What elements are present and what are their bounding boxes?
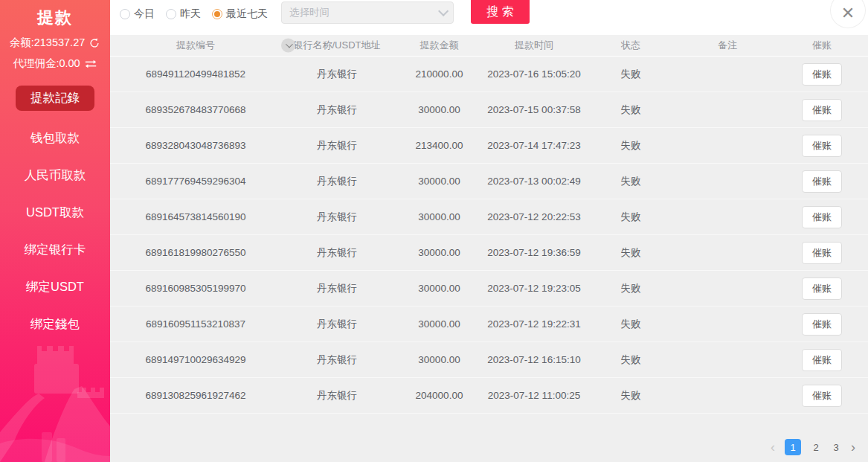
sidebar-item-bind-usdt[interactable]: 绑定USDT xyxy=(0,269,110,306)
cell-action: 催账 xyxy=(776,135,868,157)
urge-button[interactable]: 催账 xyxy=(802,99,842,121)
cell-action: 催账 xyxy=(776,385,868,407)
cell-action: 催账 xyxy=(776,63,868,86)
table-row: 689352678483770668 丹东银行 30000.00 2023-07… xyxy=(110,92,868,128)
cell-amount: 204000.00 xyxy=(393,390,486,401)
table-row: 689130825961927462 丹东银行 204000.00 2023-0… xyxy=(110,378,868,414)
pagination-page-1[interactable]: 1 xyxy=(785,439,801,455)
cell-status: 失败 xyxy=(582,139,679,153)
cell-status: 失败 xyxy=(582,68,679,81)
commission-label: 代理佣金:0.00 xyxy=(13,57,80,71)
main-panel: 今日 昨天 最近七天 选择时间 搜 索 ✕ 提款编号 银行名称/USDT地址 xyxy=(110,0,868,462)
radio-last-seven-days-label: 最近七天 xyxy=(226,7,268,21)
cell-amount: 30000.00 xyxy=(393,318,486,330)
cell-time: 2023-07-12 11:00:25 xyxy=(486,390,582,401)
sidebar: 提款 余额:213537.27 代理佣金:0.00 提款記錄 钱包取款 人民币取… xyxy=(0,0,110,462)
table-header-row: 提款编号 银行名称/USDT地址 提款金额 提款时间 状态 备注 催账 xyxy=(110,35,868,57)
cell-time: 2023-07-15 00:37:58 xyxy=(486,104,582,115)
cell-time: 2023-07-12 16:15:10 xyxy=(486,354,582,365)
cell-bank: 丹东银行 xyxy=(281,103,393,117)
cell-time: 2023-07-14 17:47:23 xyxy=(486,140,582,151)
urge-button[interactable]: 催账 xyxy=(802,349,842,371)
sidebar-item-bind-wallet[interactable]: 绑定錢包 xyxy=(0,306,110,343)
cell-withdraw-id: 689328043048736893 xyxy=(110,140,281,151)
sidebar-item-bind-bank-card[interactable]: 绑定银行卡 xyxy=(0,231,110,269)
cell-amount: 30000.00 xyxy=(393,247,486,258)
cell-status: 失败 xyxy=(582,389,679,402)
cell-action: 催账 xyxy=(776,99,868,121)
time-select[interactable]: 选择时间 xyxy=(281,1,454,24)
cell-status: 失败 xyxy=(582,282,679,295)
col-header-remark: 备注 xyxy=(679,39,776,52)
urge-button[interactable]: 催账 xyxy=(802,277,842,300)
pagination-next-icon[interactable]: › xyxy=(851,440,855,454)
chevron-down-icon xyxy=(438,6,449,16)
table-row: 689149710029634929 丹东银行 30000.00 2023-07… xyxy=(110,342,868,378)
pagination-prev-icon[interactable]: ‹ xyxy=(771,440,775,454)
radio-today-label: 今日 xyxy=(134,7,155,21)
radio-yesterday[interactable]: 昨天 xyxy=(166,7,201,21)
cell-bank: 丹东银行 xyxy=(281,175,393,188)
cell-action: 催账 xyxy=(776,206,868,228)
cell-bank: 丹东银行 xyxy=(281,389,393,402)
cell-status: 失败 xyxy=(582,353,679,367)
cell-action: 催账 xyxy=(776,277,868,300)
cell-withdraw-id: 689352678483770668 xyxy=(110,104,281,115)
cell-status: 失败 xyxy=(582,246,679,260)
urge-button[interactable]: 催账 xyxy=(802,206,842,228)
withdraw-table: 提款编号 银行名称/USDT地址 提款金额 提款时间 状态 备注 催账 6894… xyxy=(110,35,868,462)
sidebar-item-wallet-withdraw[interactable]: 钱包取款 xyxy=(0,120,110,157)
cell-bank: 丹东银行 xyxy=(281,211,393,224)
close-button[interactable]: ✕ xyxy=(831,0,865,28)
cell-time: 2023-07-12 19:22:31 xyxy=(486,318,582,330)
pagination-page-2[interactable]: 2 xyxy=(811,442,821,453)
pagination-page-3[interactable]: 3 xyxy=(831,442,841,453)
radio-last-seven-days[interactable]: 最近七天 xyxy=(212,7,268,21)
col-header-status: 状态 xyxy=(582,39,679,52)
table-row: 689164573814560190 丹东银行 30000.00 2023-07… xyxy=(110,199,868,235)
cell-amount: 30000.00 xyxy=(393,211,486,222)
radio-today[interactable]: 今日 xyxy=(120,7,155,21)
col-header-time: 提款时间 xyxy=(486,39,582,52)
cell-withdraw-id: 689160951153210837 xyxy=(110,318,281,330)
urge-button[interactable]: 催账 xyxy=(802,385,842,407)
sidebar-menu: 钱包取款 人民币取款 USDT取款 绑定银行卡 绑定USDT 绑定錢包 xyxy=(0,120,110,343)
cell-withdraw-id: 689491120499481852 xyxy=(110,68,281,80)
cell-action: 催账 xyxy=(776,313,868,336)
refresh-icon[interactable] xyxy=(89,37,100,49)
cell-bank: 丹东银行 xyxy=(281,246,393,260)
col-header-bank-label: 银行名称/USDT地址 xyxy=(294,39,381,51)
cell-withdraw-id: 689161819980276550 xyxy=(110,247,281,258)
sidebar-item-rmb-withdraw[interactable]: 人民币取款 xyxy=(0,157,110,194)
sidebar-item-withdraw-records[interactable]: 提款記錄 xyxy=(16,86,94,111)
time-select-placeholder: 选择时间 xyxy=(289,6,329,19)
urge-button[interactable]: 催账 xyxy=(802,313,842,336)
close-icon: ✕ xyxy=(841,5,855,22)
radio-selected-icon xyxy=(212,9,222,19)
filter-chevron-icon[interactable] xyxy=(281,39,295,53)
table-row: 689160951153210837 丹东银行 30000.00 2023-07… xyxy=(110,307,868,342)
table-row: 689328043048736893 丹东银行 213400.00 2023-0… xyxy=(110,128,868,164)
col-header-urge: 催账 xyxy=(776,39,868,52)
search-button[interactable]: 搜 索 xyxy=(471,0,530,24)
cell-withdraw-id: 689130825961927462 xyxy=(110,390,281,401)
cell-bank: 丹东银行 xyxy=(281,353,393,367)
cell-time: 2023-07-12 20:22:53 xyxy=(486,211,582,222)
pagination: ‹ 1 2 3 › xyxy=(771,439,855,455)
cell-action: 催账 xyxy=(776,170,868,193)
sidebar-item-usdt-withdraw[interactable]: USDT取款 xyxy=(0,194,110,231)
balance-label: 余额:213537.27 xyxy=(10,36,86,50)
urge-button[interactable]: 催账 xyxy=(802,135,842,157)
urge-button[interactable]: 催账 xyxy=(802,63,842,86)
cell-amount: 30000.00 xyxy=(393,104,486,115)
cell-amount: 213400.00 xyxy=(393,140,486,151)
col-header-withdraw-id: 提款编号 xyxy=(110,39,281,52)
cell-time: 2023-07-13 00:02:49 xyxy=(486,176,582,187)
urge-button[interactable]: 催账 xyxy=(802,170,842,193)
cell-bank: 丹东银行 xyxy=(281,139,393,153)
col-header-amount: 提款金额 xyxy=(393,39,486,52)
cell-withdraw-id: 689160985305199970 xyxy=(110,283,281,294)
urge-button[interactable]: 催账 xyxy=(802,242,842,264)
exchange-icon[interactable] xyxy=(84,59,97,69)
cell-withdraw-id: 689164573814560190 xyxy=(110,211,281,222)
